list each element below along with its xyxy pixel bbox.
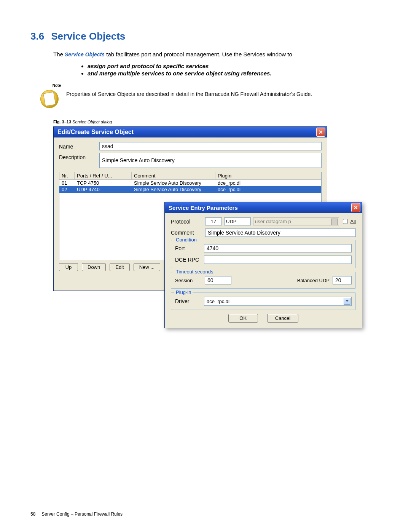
legend-condition: Condition bbox=[174, 237, 198, 243]
intro-link: Service Objects bbox=[65, 51, 105, 58]
dlg2-title: Service Entry Parameters bbox=[169, 204, 238, 211]
figure-desc: Service Object dialog bbox=[72, 120, 112, 124]
cell-plugin: dce_rpc.dll bbox=[215, 180, 321, 186]
page-footer: 58 Server Config – Personal Firewall Rul… bbox=[30, 511, 123, 517]
list-header: Nr. Ports / Ref / U... Comment Plugin bbox=[59, 172, 321, 180]
driver-dropdown[interactable]: dce_rpc.dll bbox=[204, 297, 352, 306]
cell-nr: 02 bbox=[59, 186, 75, 193]
bullet-item: and merge multiple services to one servi… bbox=[88, 70, 381, 77]
fieldset-plugin: Plug-in Driver dce_rpc.dll bbox=[171, 292, 356, 310]
cell-nr: 01 bbox=[59, 180, 75, 186]
driver-value: dce_rpc.dll bbox=[207, 299, 231, 304]
note-block: Note Properties of Service Objects are d… bbox=[38, 83, 381, 108]
close-icon[interactable]: ✕ bbox=[316, 128, 325, 137]
label-dcerpc: DCE RPC bbox=[175, 257, 202, 263]
note-icon bbox=[40, 90, 59, 108]
session-input[interactable] bbox=[205, 276, 231, 284]
legend-timeout: Timeout seconds bbox=[174, 269, 215, 275]
label-driver: Driver bbox=[175, 298, 202, 304]
table-row[interactable]: 01 TCP 4750 Simple Service Auto Discover… bbox=[59, 180, 321, 186]
cell-plugin: dce_rpc.dll bbox=[215, 186, 321, 193]
edit-button[interactable]: Edit bbox=[110, 263, 129, 271]
note-text: Properties of Service Objects are descri… bbox=[66, 83, 312, 108]
ok-button[interactable]: OK bbox=[228, 314, 258, 323]
cancel-button[interactable]: Cancel bbox=[267, 314, 298, 323]
dcerpc-input[interactable] bbox=[204, 256, 352, 264]
intro-post: tab facilitates port and protocol manage… bbox=[105, 51, 292, 58]
screenshot-area: Edit/Create Service Object ✕ Name Descri… bbox=[53, 126, 368, 393]
intro-paragraph: The Service Objects tab facilitates port… bbox=[53, 51, 381, 58]
down-button[interactable]: Down bbox=[82, 263, 106, 271]
intro-pre: The bbox=[53, 51, 65, 58]
figure-caption: Fig. 3–13 Service Object dialog bbox=[53, 120, 381, 124]
figure-number: Fig. 3–13 bbox=[53, 120, 71, 124]
label-all: All bbox=[350, 219, 356, 224]
fieldset-timeout: Timeout seconds Session Balanced UDP bbox=[171, 272, 356, 289]
heading-number: 3.6 bbox=[30, 30, 44, 42]
breadcrumb: Server Config – Personal Firewall Rules bbox=[41, 511, 123, 517]
description-input[interactable] bbox=[99, 153, 322, 168]
new-button[interactable]: New ... bbox=[134, 263, 160, 271]
col-nr[interactable]: Nr. bbox=[59, 172, 75, 179]
col-comment[interactable]: Comment bbox=[132, 172, 215, 179]
label-name: Name bbox=[59, 142, 97, 150]
label-comment: Comment bbox=[171, 230, 203, 236]
comment-input[interactable] bbox=[205, 228, 356, 237]
cell-comment: Simple Service Auto Discovery bbox=[132, 180, 215, 186]
section-heading: 3.6 Service Objects bbox=[30, 30, 381, 44]
col-ports[interactable]: Ports / Ref / U... bbox=[75, 172, 132, 179]
label-protocol: Protocol bbox=[171, 219, 203, 225]
up-button[interactable]: Up bbox=[59, 263, 78, 271]
label-balanced: Balanced UDP bbox=[234, 278, 330, 283]
close-icon[interactable]: ✕ bbox=[351, 203, 360, 212]
protocol-desc-dropdown[interactable]: user datagram p bbox=[253, 217, 339, 225]
bullet-item: assign port and protocol to specific ser… bbox=[88, 63, 381, 69]
dlg1-titlebar[interactable]: Edit/Create Service Object ✕ bbox=[54, 127, 327, 137]
dlg1-title: Edit/Create Service Object bbox=[57, 129, 134, 136]
label-description: Description bbox=[59, 153, 97, 168]
col-plugin[interactable]: Plugin bbox=[215, 172, 321, 179]
port-input[interactable] bbox=[204, 244, 352, 252]
protocol-number-input[interactable]: 17 bbox=[205, 217, 222, 225]
bullet-list: assign port and protocol to specific ser… bbox=[80, 63, 381, 77]
dialog-service-entry: Service Entry Parameters ✕ Protocol 17 U… bbox=[164, 202, 362, 328]
table-row[interactable]: 02 UDP 4740 Simple Service Auto Discover… bbox=[59, 186, 321, 193]
heading-title: Service Objects bbox=[51, 30, 125, 42]
label-session: Session bbox=[175, 278, 202, 283]
protocol-name-input[interactable]: UDP bbox=[224, 217, 251, 225]
page-number: 58 bbox=[30, 511, 35, 517]
cell-ports: UDP 4740 bbox=[75, 186, 132, 193]
cell-ports: TCP 4750 bbox=[75, 180, 132, 186]
dlg2-titlebar[interactable]: Service Entry Parameters ✕ bbox=[165, 202, 362, 213]
label-port: Port bbox=[175, 245, 202, 251]
balanced-input[interactable] bbox=[333, 276, 352, 284]
fieldset-condition: Condition Port DCE RPC bbox=[171, 240, 356, 268]
all-checkbox[interactable] bbox=[343, 219, 348, 224]
legend-plugin: Plug-in bbox=[174, 289, 193, 295]
name-input[interactable] bbox=[99, 142, 322, 150]
cell-comment: Simple Service Auto Discovery bbox=[132, 186, 215, 193]
note-label: Note bbox=[53, 83, 61, 88]
